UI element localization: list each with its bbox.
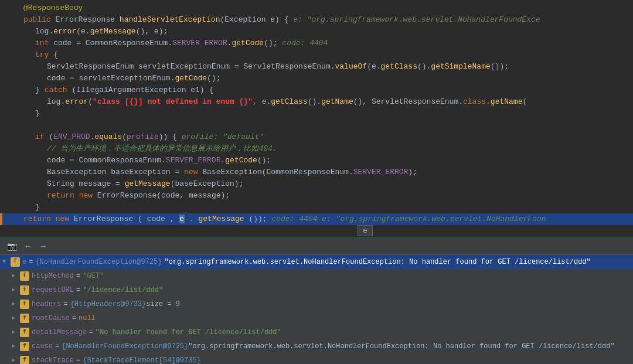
code-line-try: try { [0,49,633,61]
autocomplete-popup: e [0,225,633,237]
code-line-annotation: @ResponseBody [0,2,633,14]
code-line-if: if (ENV_PROD.equals(profile)) { profile:… [0,131,633,143]
annotation-token: @ResponseBody [23,4,83,12]
code-line-method-sig: public ErrorResponse handleServletExcept… [0,14,633,26]
code-line-close1: } [0,108,633,120]
code-line-log-error: log.error("class [{}] not defined in enu… [0,96,633,108]
camera-icon[interactable]: 📷 [5,240,19,252]
code-line-close2: } [0,202,633,213]
debug-panel: 📷 ← → ▼ f e = {NoHandlerFoundException@9… [0,237,633,364]
execution-line: return new ErrorResponse ( code , e . ge… [0,213,633,225]
code-line-servlet-enum: ServletResponseEnum servletExceptionEnum… [0,61,633,73]
debug-var-stacktrace[interactable]: ▶ f stackTrace = {StackTraceElement[54]@… [0,353,633,364]
execution-line-content: return new ErrorResponse ( code , e . ge… [23,213,546,225]
debug-var-headers[interactable]: ▶ f headers = {HttpHeaders@9733} size = … [0,297,633,311]
back-icon[interactable]: ← [22,240,35,252]
ide-window: @ResponseBody public ErrorResponse handl… [0,0,633,364]
execution-arrow [0,213,2,225]
cursor-char: e [179,215,185,223]
code-line-code-assign: code = servletExceptionEnum.getCode(); [0,73,633,84]
code-line-base-exception: BaseException baseException = new BaseEx… [0,166,633,178]
debug-var-requesturl[interactable]: ▶ f requestURL = "/licence/list/ddd" [0,283,633,297]
code-editor: @ResponseBody public ErrorResponse handl… [0,0,633,213]
forward-icon[interactable]: → [37,240,50,252]
code-line-blank [0,120,633,131]
debug-var-detailmessage[interactable]: ▶ f detailMessage = "No handler found fo… [0,325,633,339]
debug-var-e[interactable]: ▼ f e = {NoHandlerFoundException@9725} "… [0,255,633,269]
code-line-comment-cn: // 当为生产环境，不适合把具体的异常信息展示给用户，比如404. [0,143,633,155]
code-line-string-message: String message = getMessage(baseExceptio… [0,178,633,190]
code-line-log: log.error(e.getMessage(), e); [0,26,633,38]
debug-var-httpmethod[interactable]: ▶ f httpMethod = "GET" [0,269,633,283]
code-line-catch: } catch (IllegalArgumentException e1) { [0,84,633,96]
debug-var-rootcause[interactable]: ▶ f rootCause = null [0,311,633,325]
code-line-return-inner: return new ErrorResponse(code, message); [0,190,633,202]
code-line-int: int code = CommonResponseEnum.SERVER_ERR… [0,38,633,49]
debug-toolbar: 📷 ← → [0,238,633,255]
debug-var-cause[interactable]: ▶ f cause = {NoHandlerFoundException@972… [0,339,633,353]
code-line-code2: code = CommonResponseEnum.SERVER_ERROR.g… [0,155,633,166]
debug-variables: ▼ f e = {NoHandlerFoundException@9725} "… [0,255,633,364]
